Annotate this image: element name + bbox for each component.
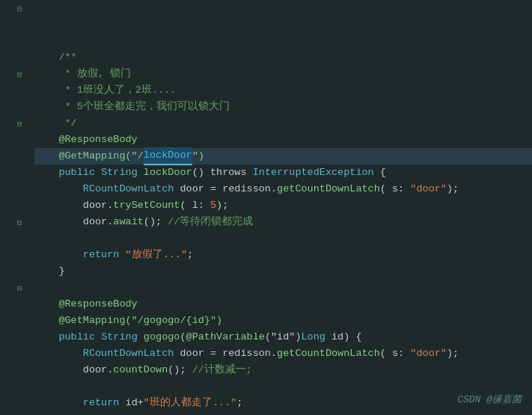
token-type: Long [302, 329, 332, 345]
gutter-row [0, 99, 24, 115]
token-comment: * 5个班全都走完，我们可以锁大门 [34, 99, 230, 115]
gutter-row [0, 49, 24, 66]
token-string: "door" [410, 345, 447, 362]
token-method: getCountDownLatch [277, 181, 380, 197]
code-editor: ⊟⊟⊟⊟⊟ /** * 放假, 锁门 * 1班没人了，2班.... * 5个班全… [0, 0, 532, 415]
token-type: String [101, 329, 144, 345]
gutter-row [0, 16, 24, 33]
token-plain: ); [447, 181, 459, 197]
token-plain: ("id") [265, 329, 302, 345]
token-plain: (); [168, 362, 192, 378]
code-line: * 放假, 锁门 [34, 66, 532, 82]
fold-button[interactable]: ⊟ [15, 283, 24, 293]
code-line: * 5个班全都走完，我们可以锁大门 [34, 99, 532, 115]
token-keyword: return [34, 247, 126, 263]
code-line: door.await(); //等待闭锁都完成 [34, 214, 532, 230]
gutter-row [0, 148, 24, 165]
token-plain: ( s: [380, 181, 411, 197]
token-comment: */ [34, 115, 77, 132]
code-line: @ResponseBody [34, 132, 532, 148]
token-highlight: lockDoor [144, 147, 192, 165]
token-method: getCountDownLatch [277, 345, 380, 362]
token-plain: door. [34, 214, 113, 230]
token-plain: . [271, 181, 277, 197]
token-plain: ); [216, 197, 228, 214]
gutter-row: ⊟ [0, 0, 24, 16]
token-plain: ( [180, 329, 186, 345]
token-method: gogogo [144, 329, 180, 345]
gutter-row: ⊟ [0, 115, 24, 132]
token-plain: id) { [331, 329, 362, 345]
fold-button[interactable]: ⊟ [15, 70, 24, 79]
token-plain: } [34, 263, 65, 280]
token-comment: * 1班没人了，2班.... [34, 82, 176, 99]
token-plain: . [271, 345, 277, 362]
token-method: trySetCount [113, 197, 180, 214]
token-string: "door" [410, 181, 447, 197]
gutter-row [0, 230, 24, 247]
gutter: ⊟⊟⊟⊟⊟ [0, 0, 28, 415]
token-type: RCountDownLatch [34, 345, 180, 362]
gutter-row [0, 362, 24, 378]
code-line: @GetMapping("/gogogo/{id}") [34, 313, 532, 329]
code-line: } [34, 263, 532, 280]
code-line: public String lockDoor() throws Interrup… [34, 165, 532, 181]
code-line: RCountDownLatch door = redisson.getCount… [34, 181, 532, 197]
token-plain: ; [187, 247, 193, 263]
token-type: InterruptedException [253, 165, 374, 181]
token-type: RCountDownLatch [34, 181, 180, 197]
gutter-row: ⊟ [0, 214, 24, 230]
token-comment: //计数减一; [192, 362, 252, 378]
token-method: lockDoor [144, 165, 192, 181]
token-annotation: @ResponseBody [34, 296, 138, 313]
token-variable: redisson [222, 181, 271, 197]
token-plain: ( s: [380, 345, 411, 362]
token-plain: door. [34, 362, 113, 378]
fold-button[interactable]: ⊟ [15, 218, 24, 227]
token-plain: door = [180, 345, 222, 362]
gutter-row: ⊟ [0, 66, 24, 82]
gutter-row [0, 181, 24, 197]
gutter-row [0, 329, 24, 345]
token-comment: //等待闭锁都完成 [168, 214, 253, 230]
code-line: door.trySetCount( l: 5); [34, 197, 532, 214]
token-plain: } [34, 411, 65, 415]
gutter-row [0, 345, 24, 362]
code-line: public String gogogo(@PathVariable("id")… [34, 329, 532, 345]
token-plain: ( l: [180, 197, 210, 214]
gutter-row: ⊟ [0, 280, 24, 296]
token-comment: * 放假, 锁门 [34, 66, 131, 82]
gutter-row [0, 247, 24, 263]
token-variable: redisson [222, 345, 271, 362]
code-line: return "放假了..."; [34, 247, 532, 263]
token-plain: ); [447, 345, 459, 362]
token-keyword: public [34, 165, 101, 181]
token-plain: () [192, 165, 210, 181]
gutter-row [0, 313, 24, 329]
gutter-row [0, 132, 24, 148]
token-annotation: @ResponseBody [34, 132, 138, 148]
token-plain: door. [34, 197, 113, 214]
fold-button[interactable]: ⊟ [15, 4, 24, 13]
token-annotation: @GetMapping("/ [34, 148, 144, 165]
code-line: @GetMapping("/lockDoor") [34, 148, 532, 165]
fold-button[interactable]: ⊟ [15, 119, 24, 129]
token-type: String [101, 165, 144, 181]
token-keyword: public [34, 329, 101, 345]
token-url: gogogo [144, 313, 180, 329]
token-throws: throws [210, 165, 253, 181]
token-plain: (); [144, 214, 168, 230]
code-line [34, 230, 532, 247]
token-plain: { [374, 165, 386, 181]
code-line: @ResponseBody [34, 296, 532, 313]
code-line: RCountDownLatch door = redisson.getCount… [34, 345, 532, 362]
token-annotation: @PathVariable [186, 329, 265, 345]
token-annotation: /{id}") [180, 313, 222, 329]
code-line: */ [34, 115, 532, 132]
code-line: /** [34, 49, 532, 66]
code-line: * 1班没人了，2班.... [34, 82, 532, 99]
token-plain: id+ [126, 395, 144, 411]
gutter-row [0, 33, 24, 49]
token-plain: ; [236, 395, 242, 411]
gutter-row [0, 296, 24, 313]
